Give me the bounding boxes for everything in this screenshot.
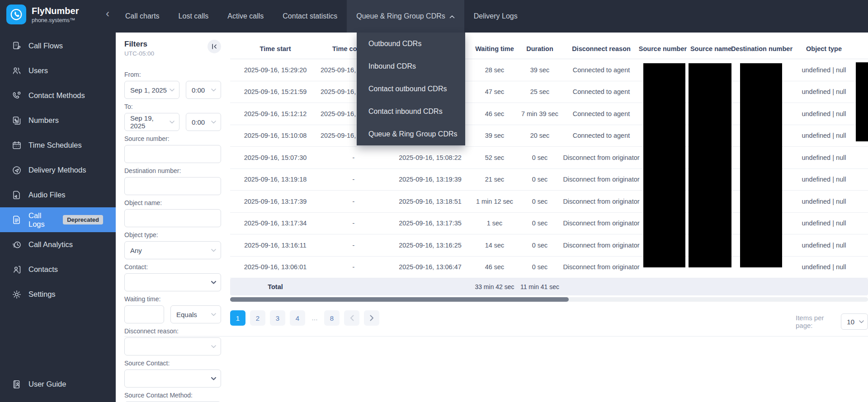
redaction-box — [643, 63, 685, 267]
pagination-page-8[interactable]: 8 — [324, 310, 340, 326]
menu-item-outbound-cdrs[interactable]: Outbound CDRs — [357, 33, 465, 55]
pagination-page-3[interactable]: 3 — [270, 310, 285, 326]
waiting-time-input[interactable] — [124, 305, 164, 323]
column-header-source_name: Source name — [687, 39, 735, 59]
sidebar-item-call-analytics[interactable]: Call Analytics — [0, 232, 116, 257]
from-date-value: Sep 1, 2025 — [130, 86, 167, 94]
menu-item-contact-inbound-cdrs[interactable]: Contact inbound CDRs — [357, 100, 465, 123]
cell-object_type: undefined | null — [789, 103, 859, 125]
object-name-input[interactable] — [124, 209, 221, 227]
pagination-prev-button[interactable] — [344, 310, 359, 326]
menu-item-queue-ring-group-cdrs[interactable]: Queue & Ring Group CDRs — [357, 123, 465, 145]
cell-time_start: 2025-09-16, 15:10:08 — [230, 125, 321, 147]
cell-disconnect: Connected to agent — [564, 81, 638, 103]
sidebar-item-delivery-methods[interactable]: Delivery Methods — [0, 158, 116, 182]
to-time-select[interactable]: 0:00 — [186, 113, 221, 131]
cell-disconnect: Connected to agent — [564, 125, 638, 147]
nav-item-lost-calls[interactable]: Lost calls — [169, 0, 218, 33]
chevron-up-icon — [449, 15, 455, 19]
object-name-label: Object name: — [124, 199, 221, 206]
cell-object_type: undefined | null — [789, 59, 859, 81]
pagination-page-1[interactable]: 1 — [230, 310, 245, 326]
sidebar-item-audio-files[interactable]: Audio Files — [0, 182, 116, 207]
sidebar-item-call-flows[interactable]: Call Flows — [0, 33, 116, 58]
flynumber-logo-icon — [6, 5, 26, 24]
users-icon — [12, 66, 22, 76]
cell-time_connected: - — [321, 257, 387, 278]
cell-duration: 39 sec — [515, 59, 564, 81]
sidebar-footer: User Guide — [0, 372, 116, 397]
deprecated-badge: Deprecated — [63, 215, 103, 224]
brand: FlyNumber phone.systems™ — [32, 5, 79, 23]
waiting-time-operator-value: Equals — [176, 311, 197, 318]
sidebar: FlyNumber phone.systems™ ‹ Call FlowsUse… — [0, 0, 116, 402]
nav-item-call-charts[interactable]: Call charts — [116, 0, 169, 33]
sidebar-item-call-logs[interactable]: Call LogsDeprecated — [0, 207, 116, 232]
sidebar-item-time-schedules[interactable]: Time Schedules — [0, 133, 116, 158]
sidebar-item-user-guide[interactable]: User Guide — [0, 372, 116, 397]
cell-object_type: undefined | null — [789, 147, 859, 168]
to-label: To: — [124, 103, 221, 110]
sidebar-item-numbers[interactable]: Numbers — [0, 108, 116, 133]
cell-disconnect: Connected to agent — [564, 59, 638, 81]
cell-time_end: 2025-09-16, 13:17:35 — [387, 213, 474, 234]
from-time-select[interactable]: 0:00 — [186, 81, 221, 99]
to-date-select[interactable]: Sep 19, 2025 — [124, 113, 179, 131]
from-date-select[interactable]: Sep 1, 2025 — [124, 81, 179, 99]
from-label: From: — [124, 71, 221, 78]
menu-item-contact-outbound-cdrs[interactable]: Contact outbound CDRs — [357, 78, 465, 100]
object-type-value: Any — [130, 247, 142, 254]
settings-icon — [12, 290, 22, 299]
column-header-source_number: Source number — [638, 39, 687, 59]
chevron-left-icon — [350, 315, 354, 321]
horizontal-scrollbar[interactable] — [230, 297, 868, 302]
scrollbar-thumb[interactable] — [230, 297, 569, 302]
items-per-page-label: Items per page: — [796, 314, 835, 329]
sidebar-item-contacts[interactable]: Contacts — [0, 257, 116, 282]
cell-disconnect: Disconnect from originator — [564, 213, 638, 234]
nav-item-label: Queue & Ring Group CDRs — [356, 12, 445, 20]
pagination-page-4[interactable]: 4 — [290, 310, 305, 326]
contacts-icon — [12, 265, 22, 275]
column-header-destination_number: Destination number — [735, 39, 789, 59]
source-contact-method-label: Source Contact Method: — [124, 392, 221, 399]
cell-time_connected: - — [321, 147, 387, 168]
sidebar-collapse-icon[interactable]: ‹ — [106, 8, 109, 19]
pagination-page-2[interactable]: 2 — [250, 310, 265, 326]
disconnect-reason-select[interactable] — [124, 337, 221, 355]
pagination: 1234…8 — [230, 310, 379, 326]
filters-panel: Filters UTC-05:00 From: Sep 1, 2025 0:00… — [124, 40, 221, 402]
menu-item-inbound-cdrs[interactable]: Inbound CDRs — [357, 55, 465, 78]
sidebar-item-settings[interactable]: Settings — [0, 282, 116, 307]
to-time-value: 0:00 — [192, 118, 205, 126]
contact-select[interactable] — [124, 273, 221, 291]
cell-disconnect: Disconnect from originator — [564, 169, 638, 191]
waiting-time-operator-select[interactable]: Equals — [170, 305, 221, 323]
filters-collapse-button[interactable] — [208, 40, 221, 53]
sidebar-item-label: Delivery Methods — [28, 166, 86, 174]
source-contact-select[interactable] — [124, 369, 221, 388]
sidebar-item-contact-methods[interactable]: Contact Methods — [0, 83, 116, 108]
sidebar-item-label: Users — [28, 66, 48, 75]
call-analytics-icon — [12, 240, 22, 250]
cell-time_connected: - — [321, 191, 387, 212]
nav-item-contact-statistics[interactable]: Contact statistics — [273, 0, 347, 33]
column-header-contact: Co — [859, 39, 868, 59]
cell-duration: 0 sec — [515, 191, 564, 212]
divider — [124, 336, 868, 337]
cell-object_type: undefined | null — [789, 234, 859, 256]
pagination-next-button[interactable] — [364, 310, 379, 326]
nav-item-delivery-logs[interactable]: Delivery Logs — [464, 0, 527, 33]
source-number-input[interactable] — [124, 145, 221, 163]
destination-number-input[interactable] — [124, 177, 221, 195]
top-navigation: Call chartsLost callsActive callsContact… — [116, 0, 868, 33]
chevron-down-icon — [170, 121, 175, 124]
cell-disconnect: Disconnect from originator — [564, 257, 638, 278]
nav-item-queue-ring-group-cdrs[interactable]: Queue & Ring Group CDRs — [347, 0, 464, 33]
nav-item-active-calls[interactable]: Active calls — [218, 0, 273, 33]
cell-object_type: undefined | null — [789, 125, 859, 147]
cell-duration: 25 sec — [515, 81, 564, 103]
items-per-page-select[interactable]: 10 — [841, 313, 868, 330]
object-type-select[interactable]: Any — [124, 241, 221, 259]
sidebar-item-users[interactable]: Users — [0, 58, 116, 83]
